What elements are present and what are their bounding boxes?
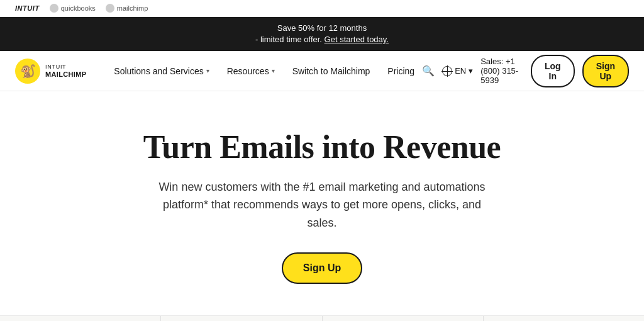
- card-automations: Convert with email automations: [0, 316, 161, 321]
- login-button[interactable]: Log In: [531, 55, 575, 87]
- card-ai: Create faster with generative AI: [161, 316, 322, 321]
- nav-solutions[interactable]: Solutions and Services ▾: [106, 61, 216, 81]
- switch-label: Switch to Mailchimp: [292, 66, 370, 76]
- nav-resources[interactable]: Resources ▾: [219, 61, 282, 81]
- lang-label: EN: [455, 66, 466, 76]
- monkey-icon: 🐒: [15, 59, 40, 84]
- quickbooks-link[interactable]: quickbooks: [50, 4, 96, 13]
- quickbooks-label: quickbooks: [61, 4, 96, 12]
- card-segmentation: Refine with segmentation: [323, 316, 484, 321]
- search-button[interactable]: 🔍: [422, 61, 435, 81]
- nav-switch[interactable]: Switch to Mailchimp: [285, 61, 378, 81]
- search-icon: 🔍: [422, 65, 435, 77]
- language-selector[interactable]: EN ▾: [442, 66, 473, 76]
- nav-actions: 🔍 EN ▾ Sales: +1 (800) 315-5939 Log In S…: [422, 55, 629, 87]
- promo-line1: Save 50% for 12 months: [277, 23, 367, 33]
- mailchimp-link[interactable]: mailchimp: [106, 4, 148, 13]
- mailchimp-small-icon: [106, 4, 114, 13]
- nav-pricing[interactable]: Pricing: [380, 61, 422, 81]
- hero-heading: Turn Emails into Revenue: [25, 129, 619, 165]
- solutions-chevron-icon: ▾: [206, 67, 209, 74]
- feature-cards: Convert with email automations Create fa…: [0, 315, 644, 321]
- logo-text: INTUIT mailchimp: [45, 64, 86, 79]
- main-nav: 🐒 INTUIT mailchimp Solutions and Service…: [0, 51, 644, 91]
- promo-line2: - limited time offer.: [255, 35, 322, 44]
- quickbooks-icon: [50, 4, 58, 13]
- hero-signup-button[interactable]: Sign Up: [282, 252, 362, 284]
- pricing-label: Pricing: [387, 66, 414, 76]
- phone-number: Sales: +1 (800) 315-5939: [480, 57, 523, 85]
- mailchimp-label: mailchimp: [117, 4, 148, 12]
- logo-link[interactable]: 🐒 INTUIT mailchimp: [15, 59, 86, 84]
- solutions-label: Solutions and Services: [114, 66, 203, 76]
- globe-icon: [442, 66, 452, 76]
- nav-signup-button[interactable]: Sign Up: [582, 55, 629, 87]
- resources-chevron-icon: ▾: [272, 67, 275, 74]
- promo-cta-link[interactable]: Get started today.: [325, 35, 389, 44]
- hero-section: Turn Emails into Revenue Win new custome…: [0, 91, 644, 315]
- nav-links: Solutions and Services ▾ Resources ▾ Swi…: [106, 61, 422, 81]
- lang-chevron-icon: ▾: [469, 66, 473, 76]
- intuit-logo: INTUIT: [15, 4, 40, 12]
- promo-banner: Save 50% for 12 months - limited time of…: [0, 17, 644, 51]
- card-analytics: Optimize with analytics & reporting: [484, 316, 644, 321]
- super-top-bar: INTUIT quickbooks mailchimp: [0, 0, 644, 17]
- resources-label: Resources: [227, 66, 269, 76]
- hero-subtext: Win new customers with the #1 email mark…: [158, 178, 486, 232]
